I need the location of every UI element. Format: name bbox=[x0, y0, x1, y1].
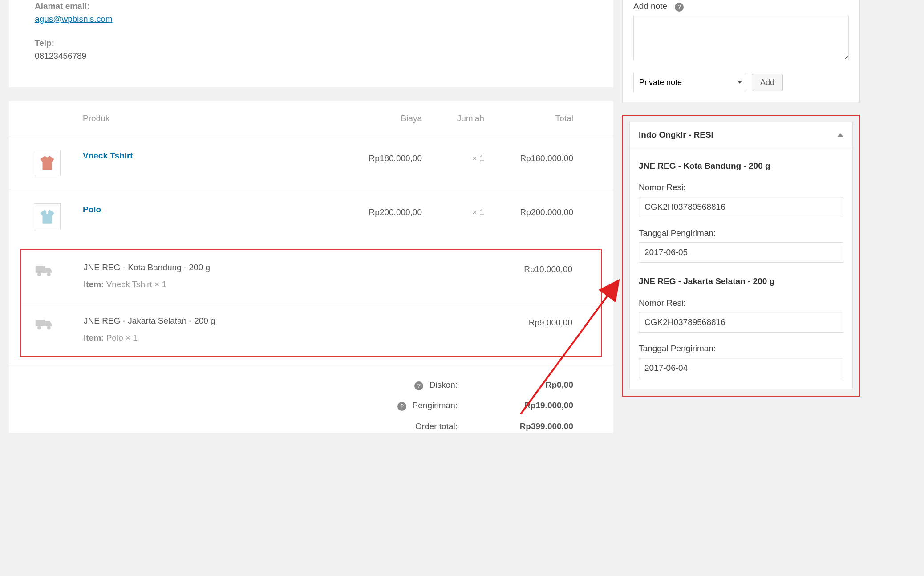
resi-section-title: JNE REG - Kota Bandung - 200 g bbox=[639, 160, 843, 173]
shipping-title: JNE REG - Kota Bandung - 200 g bbox=[84, 261, 483, 274]
col-header-produk: Produk bbox=[83, 112, 337, 125]
product-qty: × 1 bbox=[422, 150, 484, 165]
svg-rect-0 bbox=[36, 266, 45, 273]
resi-nomor-label: Nomor Resi: bbox=[639, 297, 843, 310]
resi-date-label: Tanggal Pengiriman: bbox=[639, 342, 843, 355]
email-link[interactable]: agus@wpbisnis.com bbox=[35, 14, 113, 24]
order-items-header: Produk Biaya Jumlah Total bbox=[9, 101, 613, 136]
resi-highlight-box: Indo Ongkir - RESI JNE REG - Kota Bandun… bbox=[622, 115, 860, 397]
order-item-row: Polo Rp200.000,00 × 1 Rp200.000,00 bbox=[9, 190, 613, 243]
product-name-link[interactable]: Vneck Tshirt bbox=[83, 151, 133, 160]
phone-label: Telp: bbox=[35, 37, 588, 50]
svg-point-1 bbox=[37, 272, 41, 276]
svg-rect-3 bbox=[36, 320, 45, 326]
help-icon[interactable]: ? bbox=[397, 402, 406, 411]
help-icon[interactable]: ? bbox=[414, 381, 423, 390]
order-item-row: Vneck Tshirt Rp180.000,00 × 1 Rp180.000,… bbox=[9, 136, 613, 190]
truck-icon bbox=[35, 264, 53, 277]
contact-panel: Alamat email: agus@wpbisnis.com Telp: 08… bbox=[9, 0, 613, 87]
order-items-table: Produk Biaya Jumlah Total Vneck Tshirt R… bbox=[9, 101, 613, 433]
tshirt-icon bbox=[38, 154, 57, 172]
product-cost: Rp200.000,00 bbox=[337, 203, 422, 219]
product-thumbnail[interactable] bbox=[34, 150, 61, 176]
product-name-link[interactable]: Polo bbox=[83, 205, 101, 214]
shipping-item-value: Polo × 1 bbox=[106, 333, 138, 342]
resi-nomor-label: Nomor Resi: bbox=[639, 181, 843, 194]
shipping-title: JNE REG - Jakarta Selatan - 200 g bbox=[84, 315, 483, 328]
totals-pengiriman-label: Pengiriman: bbox=[413, 401, 458, 410]
shipping-item: Item: Polo × 1 bbox=[84, 332, 483, 345]
polo-icon bbox=[38, 207, 57, 226]
shipping-item-label: Item: bbox=[84, 333, 104, 342]
shipping-item: Item: Vneck Tshirt × 1 bbox=[84, 278, 483, 291]
shipping-highlight-box: JNE REG - Kota Bandung - 200 g Item: Vne… bbox=[20, 249, 602, 357]
product-qty: × 1 bbox=[422, 203, 484, 219]
help-icon[interactable]: ? bbox=[675, 3, 684, 12]
svg-point-4 bbox=[37, 326, 41, 329]
add-note-panel: Add note ? Private note Add bbox=[622, 0, 860, 102]
product-thumbnail[interactable] bbox=[34, 203, 61, 230]
resi-date-input[interactable] bbox=[639, 242, 843, 263]
resi-panel: Indo Ongkir - RESI JNE REG - Kota Bandun… bbox=[629, 122, 853, 389]
shipping-row: JNE REG - Kota Bandung - 200 g Item: Vne… bbox=[21, 250, 601, 303]
col-header-total: Total bbox=[484, 112, 573, 125]
add-note-button[interactable]: Add bbox=[752, 74, 783, 91]
resi-panel-header[interactable]: Indo Ongkir - RESI bbox=[630, 122, 852, 148]
shipping-row: JNE REG - Jakarta Selatan - 200 g Item: … bbox=[21, 303, 601, 356]
totals-pengiriman-value: Rp19.000,00 bbox=[484, 399, 573, 412]
email-label: Alamat email: bbox=[35, 0, 588, 13]
svg-point-5 bbox=[47, 326, 51, 329]
add-note-label: Add note ? bbox=[633, 0, 849, 13]
shipping-item-label: Item: bbox=[84, 280, 104, 289]
totals-diskon-label: Diskon: bbox=[430, 380, 458, 389]
col-header-jumlah: Jumlah bbox=[422, 112, 484, 125]
resi-date-label: Tanggal Pengiriman: bbox=[639, 227, 843, 240]
order-totals: ? Diskon: Rp0,00 ? Pengiriman: Rp19.000,… bbox=[9, 365, 613, 433]
product-total: Rp200.000,00 bbox=[484, 203, 573, 219]
product-total: Rp180.000,00 bbox=[484, 150, 573, 165]
note-textarea[interactable] bbox=[633, 16, 849, 60]
totals-diskon-value: Rp0,00 bbox=[484, 379, 573, 392]
resi-nomor-input[interactable] bbox=[639, 312, 843, 333]
svg-point-2 bbox=[47, 272, 51, 276]
phone-value: 08123456789 bbox=[35, 50, 588, 63]
totals-order-total-value: Rp399.000,00 bbox=[484, 420, 573, 433]
product-cost: Rp180.000,00 bbox=[337, 150, 422, 165]
shipping-cost: Rp10.000,00 bbox=[483, 261, 572, 276]
shipping-item-value: Vneck Tshirt × 1 bbox=[106, 280, 166, 289]
resi-date-input[interactable] bbox=[639, 358, 843, 378]
resi-section-title: JNE REG - Jakarta Selatan - 200 g bbox=[639, 275, 843, 288]
resi-panel-title: Indo Ongkir - RESI bbox=[639, 129, 713, 142]
panel-toggle-icon[interactable] bbox=[837, 133, 843, 137]
col-header-biaya: Biaya bbox=[337, 112, 422, 125]
truck-icon bbox=[35, 317, 53, 331]
totals-order-total-label: Order total: bbox=[415, 422, 458, 431]
resi-nomor-input[interactable] bbox=[639, 197, 843, 217]
shipping-cost: Rp9.000,00 bbox=[483, 315, 572, 329]
note-type-select[interactable]: Private note bbox=[633, 73, 746, 92]
